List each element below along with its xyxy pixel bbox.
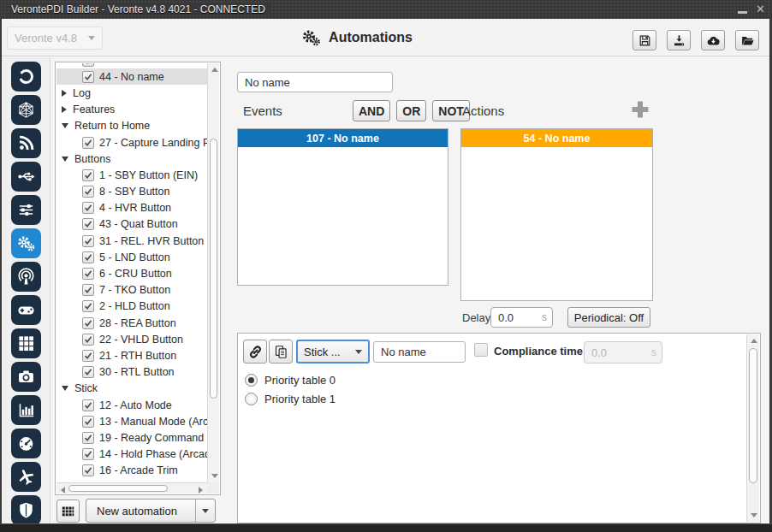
copy-button[interactable] (269, 340, 293, 364)
collapse-icon[interactable] (62, 386, 68, 391)
checkbox[interactable] (82, 448, 94, 460)
automation-grid-button[interactable] (56, 499, 80, 523)
sidebar-item-usb[interactable] (11, 162, 41, 192)
tree-row[interactable]: 30 - RTL Button (56, 364, 207, 381)
sidebar-item-podcast[interactable] (11, 262, 41, 292)
action-name-input[interactable] (373, 341, 466, 363)
tree-row[interactable]: 43 - Quat Button (56, 216, 207, 233)
checkbox[interactable] (82, 284, 94, 296)
sidebar-item-grid[interactable] (11, 328, 41, 358)
checkbox[interactable] (82, 251, 94, 263)
checkbox[interactable] (82, 218, 94, 230)
action-item[interactable]: 54 - No name (461, 129, 652, 147)
close-icon[interactable]: ✕ (756, 0, 765, 19)
minimize-icon[interactable] (738, 11, 747, 14)
tree-vscroll-thumb[interactable] (210, 139, 217, 399)
device-selector[interactable]: Veronte v4.8 (7, 27, 103, 50)
checkbox[interactable] (82, 63, 94, 67)
checkbox[interactable] (82, 235, 94, 247)
tree-row[interactable]: 27 - Capture Landing P (56, 134, 207, 151)
scroll-up-icon[interactable] (211, 68, 218, 72)
checkbox[interactable] (82, 71, 94, 83)
checkbox[interactable] (82, 334, 94, 346)
sidebar-item-gauge[interactable] (11, 429, 41, 458)
radio-unselected-icon[interactable] (245, 393, 258, 405)
toolbar-save-button[interactable] (632, 30, 656, 50)
checkbox[interactable] (82, 268, 94, 280)
tree-horizontal-scrollbar[interactable] (56, 482, 207, 494)
tree-row[interactable]: 1 - SBY Button (EIN) (56, 167, 207, 183)
sidebar-item-airplane[interactable] (11, 462, 41, 492)
tree-row[interactable]: Log (56, 85, 207, 101)
sidebar-item-shield[interactable] (11, 495, 41, 525)
new-automation-dropdown[interactable] (195, 499, 215, 522)
sidebar-item-sliders[interactable] (11, 195, 41, 225)
tree-row[interactable]: 19 - Ready Command (56, 429, 207, 446)
sidebar-item-gears[interactable] (11, 228, 41, 258)
toolbar-open-folder-button[interactable] (735, 30, 759, 50)
sidebar-item-gamepad[interactable] (11, 295, 41, 325)
tree-row[interactable]: 5 - LND Button (56, 249, 207, 265)
expand-icon[interactable] (62, 90, 67, 97)
priority-option[interactable]: Priority table 1 (245, 390, 336, 408)
checkbox[interactable] (82, 464, 94, 476)
tree-row[interactable]: 12 - Auto Mode (56, 397, 207, 413)
checkbox[interactable] (82, 169, 94, 181)
action-type-selector[interactable]: Stick ... (296, 340, 370, 364)
sidebar-item-mesh-sphere[interactable] (11, 95, 41, 125)
expand-icon[interactable] (62, 106, 67, 113)
tree-row[interactable]: Buttons (56, 151, 207, 167)
collapse-icon[interactable] (62, 157, 68, 162)
tree-vertical-scrollbar[interactable] (207, 63, 219, 482)
toolbar-cloud-download-button[interactable] (701, 30, 725, 50)
compliance-time-checkbox[interactable] (474, 343, 488, 357)
sidebar-item-bar-chart[interactable] (11, 395, 41, 425)
checkbox[interactable] (82, 366, 94, 378)
tree-hscroll-thumb[interactable] (68, 485, 168, 492)
sidebar-item-camera[interactable] (11, 362, 41, 392)
scroll-down-icon[interactable] (211, 474, 218, 478)
editor-vscroll-thumb[interactable] (749, 348, 757, 483)
tree-row[interactable]: Features (56, 102, 207, 118)
tree-row[interactable]: 31 - REL. HVR Button (56, 233, 207, 249)
tree-row[interactable]: 8 - SBY Button (56, 184, 207, 200)
tree-row[interactable]: 6 - CRU Button (56, 265, 207, 281)
radio-selected-icon[interactable] (245, 374, 258, 387)
tree-row[interactable]: 14 - Hold Phase (Arcad (56, 446, 207, 463)
tree-row[interactable]: 13 - Manual Mode (Arc (56, 413, 207, 429)
tree-row[interactable]: 22 - VHLD Button (56, 331, 207, 347)
scroll-left-icon[interactable] (61, 487, 65, 494)
checkbox[interactable] (82, 317, 94, 329)
operator-or-button[interactable]: OR (396, 100, 426, 121)
tree-row[interactable]: 2 - HLD Button (56, 299, 207, 315)
sidebar-item-rss[interactable] (11, 128, 41, 158)
tree-row[interactable]: 7 - TKO Button (56, 282, 207, 299)
checkbox[interactable] (82, 350, 94, 362)
editor-vertical-scrollbar[interactable] (746, 334, 759, 522)
checkbox[interactable] (82, 416, 94, 428)
tree-row[interactable]: 16 - Arcade Trim (56, 463, 207, 479)
sidebar-item-veronte-ring[interactable] (11, 62, 41, 92)
operator-and-button[interactable]: AND (353, 100, 390, 121)
checkbox[interactable] (82, 186, 94, 198)
scroll-down-icon[interactable] (751, 513, 757, 517)
checkbox[interactable] (82, 399, 94, 411)
priority-option[interactable]: Priority table 0 (245, 371, 336, 389)
tree-row[interactable]: 4 - HVR Button (56, 200, 207, 216)
tree-row[interactable]: Stick (56, 381, 207, 397)
tree-row[interactable]: 44 - No name (56, 68, 207, 85)
scroll-right-icon[interactable] (199, 487, 203, 494)
checkbox[interactable] (82, 432, 94, 444)
add-action-button[interactable] (631, 100, 650, 119)
checkbox[interactable] (82, 202, 94, 214)
tree-row[interactable]: Return to Home (56, 118, 207, 134)
event-item[interactable]: 107 - No name (238, 129, 448, 147)
checkbox[interactable] (82, 300, 94, 312)
toolbar-import-button[interactable] (667, 30, 691, 50)
collapse-icon[interactable] (62, 123, 68, 128)
tree-row[interactable]: 28 - REA Button (56, 315, 207, 331)
checkbox[interactable] (82, 137, 94, 149)
new-automation-button[interactable]: New automation (86, 499, 216, 523)
link-button[interactable] (243, 340, 267, 364)
scroll-up-icon[interactable] (751, 339, 757, 343)
